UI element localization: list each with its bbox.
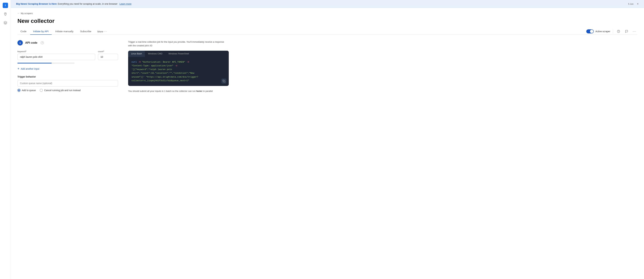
active-scraper-toggle[interactable] <box>586 29 594 34</box>
banner-learn-more-link[interactable]: Learn more <box>120 3 132 5</box>
add-another-input-button[interactable]: + Add another input <box>18 67 118 71</box>
code-tab-linux-bash[interactable]: Linux Bash <box>128 51 145 57</box>
sidebar-logo[interactable]: i <box>3 3 8 8</box>
batch-note: You should submit all your inputs in 1 b… <box>128 89 229 93</box>
main-content: Big News! Scraping Browser is Here Every… <box>11 0 644 279</box>
comment-icon[interactable] <box>624 29 629 34</box>
tabs-divider <box>613 29 613 34</box>
trigger-description: Trigger a real-time collection job for t… <box>128 40 229 47</box>
add-to-queue-radio[interactable] <box>18 89 20 92</box>
sidebar-item-layers[interactable] <box>3 20 8 26</box>
toggle-knob <box>590 30 593 33</box>
more-dots-icon: ··· <box>104 30 107 33</box>
cancel-run-radio[interactable] <box>40 89 43 92</box>
breadcrumb[interactable]: ← My scrapers <box>18 12 637 15</box>
banner-text: Everything you need for scraping at scal… <box>58 3 118 5</box>
right-column: Trigger a real-time collection job for t… <box>128 40 229 93</box>
tab-code[interactable]: Code <box>18 28 30 35</box>
code-tab-windows-powershell[interactable]: Windows PowerShell <box>165 51 192 57</box>
sidebar: i <box>0 0 11 279</box>
code-tab-list: Linux Bash Windows CMD Windows PowerShel… <box>128 51 229 57</box>
batch-note-pre: You should submit all your inputs in 1 b… <box>128 90 196 92</box>
code-body: curl -H "Authorization: Bearer API_TOKEN… <box>128 57 229 86</box>
tab-more[interactable]: More ··· <box>95 28 110 35</box>
breadcrumb-arrow-icon: ← <box>18 12 20 15</box>
step-header: 1 API code ? <box>18 40 118 46</box>
count-field: count* <box>98 50 118 60</box>
page-content: ← My scrapers New collector Code Initiat… <box>11 8 644 279</box>
left-column: 1 API code ? keyword* count* <box>18 40 118 93</box>
svg-point-0 <box>5 13 6 14</box>
banner-title: Big News! Scraping Browser is Here <box>16 3 57 5</box>
tab-subscribe[interactable]: Subscribe <box>77 28 94 35</box>
keyword-input[interactable] <box>18 54 95 60</box>
tabs-right-actions: Active scraper <box>586 29 637 34</box>
cancel-run-option[interactable]: Cancel running job and run instead <box>40 89 80 92</box>
code-block-wrapper: Linux Bash Windows CMD Windows PowerShel… <box>128 51 229 86</box>
tab-list: Code Initiate by API Initiate manually S… <box>18 28 109 35</box>
banner-date: 5 Jun <box>628 3 634 5</box>
svg-marker-1 <box>4 21 7 23</box>
batch-note-post: in parallel <box>202 90 213 92</box>
cancel-run-label: Cancel running job and run instead <box>44 89 80 92</box>
count-label: count* <box>98 50 118 53</box>
progress-bar-fill <box>18 63 52 64</box>
keyword-field: keyword* <box>18 50 95 60</box>
add-to-queue-option[interactable]: Add to queue <box>18 89 36 92</box>
page-title: New collector <box>18 18 637 24</box>
tab-initiate-by-api[interactable]: Initiate by API <box>30 28 52 35</box>
code-text: curl -H "Authorization: Bearer API_TOKEN… <box>132 60 226 83</box>
sidebar-item-location[interactable] <box>3 12 8 17</box>
banner-close-button[interactable]: × <box>637 2 639 5</box>
add-to-queue-label: Add to queue <box>22 89 36 92</box>
step-badge: 1 <box>18 40 23 46</box>
tab-initiate-manually[interactable]: Initiate manually <box>52 28 76 35</box>
radio-row: Add to queue Cancel running job and run … <box>18 89 118 92</box>
count-input[interactable] <box>98 54 118 60</box>
toggle-label: Active scraper <box>595 30 610 33</box>
svg-rect-3 <box>224 81 225 82</box>
keyword-label: keyword* <box>18 50 95 53</box>
breadcrumb-label: My scrapers <box>21 12 33 15</box>
more-options-icon[interactable]: ··· <box>632 29 637 34</box>
form-grid: keyword* count* <box>18 50 118 60</box>
add-input-label: Add another input <box>21 68 40 70</box>
tabs-row: Code Initiate by API Initiate manually S… <box>18 28 637 35</box>
history-icon[interactable] <box>616 29 621 34</box>
step-title: API code <box>25 41 38 45</box>
content-columns: 1 API code ? keyword* count* <box>18 40 637 93</box>
trigger-section-label: Trigger behavior <box>18 75 118 78</box>
code-tab-windows-cmd[interactable]: Windows CMD <box>145 51 165 57</box>
batch-note-bold: faster <box>196 90 202 92</box>
copy-code-button[interactable] <box>221 79 226 84</box>
plus-icon: + <box>18 67 20 71</box>
help-icon[interactable]: ? <box>41 41 44 44</box>
queue-name-input[interactable] <box>18 80 118 87</box>
progress-bar <box>18 63 74 64</box>
announcement-banner: Big News! Scraping Browser is Here Every… <box>11 0 644 8</box>
